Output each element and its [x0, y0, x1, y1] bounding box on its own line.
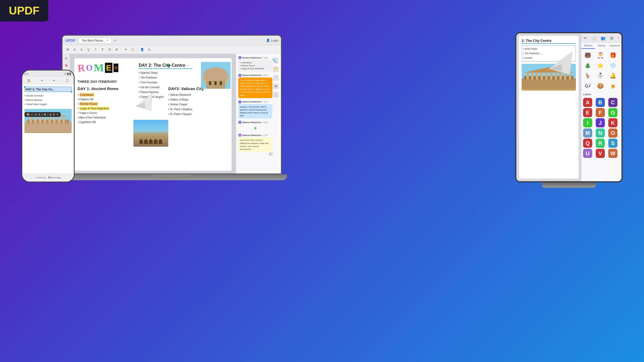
chat-user-4: D Darlene Robertson 16:56: [238, 121, 272, 124]
tab-item[interactable]: The Best Places... ✕: [79, 38, 112, 43]
toolbar-box-icon[interactable]: ⊡: [107, 47, 112, 53]
sticker-gift[interactable]: 🎁: [608, 51, 617, 60]
sticker-notes[interactable]: 🎶: [583, 81, 592, 90]
letter-A[interactable]: A: [583, 98, 592, 107]
phone-home-icon[interactable]: 🏠: [27, 79, 31, 82]
sticker-bear[interactable]: 🐻: [583, 51, 592, 60]
tab-signature[interactable]: Signature: [608, 43, 621, 49]
toolbar-underline-icon[interactable]: U̲: [86, 47, 92, 53]
toolbar-pen-icon[interactable]: ✒: [123, 47, 129, 53]
text-tool-italic[interactable]: I: [47, 113, 48, 116]
toolbar-box2-icon[interactable]: ⊟: [114, 47, 119, 53]
phone-annotate-icon[interactable]: ✒: [53, 79, 55, 82]
sticker-santa[interactable]: 🎅: [596, 51, 605, 60]
letter-K[interactable]: K: [608, 118, 617, 127]
sticker-reindeer[interactable]: 🦌: [583, 71, 592, 80]
edit-text-label[interactable]: ✏ Edit Text: [35, 176, 46, 179]
toolbar-highlight-icon[interactable]: A: [146, 47, 152, 53]
phone-pen-icon[interactable]: ✏: [41, 79, 43, 82]
text-tool-14[interactable]: 14: [34, 113, 37, 116]
panel-more-icon[interactable]: …: [273, 92, 279, 98]
letter-U[interactable]: U: [583, 149, 592, 158]
panel-mail-icon[interactable]: ✉: [273, 83, 279, 89]
sticker-snowflake[interactable]: ❄️: [608, 61, 617, 70]
text-tool-bold-icon[interactable]: B: [39, 113, 40, 116]
tab-label: The Best Places...: [82, 39, 105, 42]
phone-text-toolbar: 🎨 A 14 B | B I U̲ S̶ ✕: [24, 112, 61, 117]
letter-S[interactable]: S: [608, 139, 617, 148]
sticker-star[interactable]: ⭐: [596, 61, 605, 70]
laptop-base: [56, 174, 287, 180]
letter-G[interactable]: G: [608, 108, 617, 117]
letter-M[interactable]: M: [583, 128, 592, 138]
panel-download-icon[interactable]: 📁: [273, 66, 279, 72]
svg-rect-4: [209, 81, 211, 85]
letter-I[interactable]: I: [583, 118, 592, 127]
toolbar-user-icon[interactable]: 👤: [139, 47, 145, 53]
tab-stamps[interactable]: Stamps: [595, 43, 608, 49]
letter-B[interactable]: B: [596, 98, 605, 107]
sticker-tree[interactable]: 🎄: [583, 61, 592, 70]
letter-O[interactable]: O: [608, 128, 617, 138]
letter-N[interactable]: N: [596, 128, 605, 138]
laptop-toolbar: ⊞ A S U̲ T T ⊡ ⊟ ✒ ⬡ 👤 A: [63, 45, 281, 54]
sidebar-bookmark-icon[interactable]: 🔖: [64, 62, 69, 68]
letter-J[interactable]: J: [596, 118, 605, 127]
login-button[interactable]: 👤 Login: [266, 39, 278, 42]
sticker-icon[interactable]: ⬜: [592, 36, 596, 40]
chat-action-icon[interactable]: 💬: [238, 153, 272, 156]
letter-V[interactable]: V: [596, 149, 605, 158]
pencil-icon[interactable]: ✏: [584, 36, 587, 40]
svg-rect-17: [53, 116, 56, 123]
toolbar-shape-icon[interactable]: ⬡: [130, 47, 136, 53]
text-tool-strikethrough[interactable]: S̶: [53, 113, 55, 116]
toolbar-text2-icon[interactable]: T: [100, 47, 105, 53]
text-tool-bold[interactable]: B: [44, 113, 46, 116]
svg-rect-16: [49, 116, 51, 123]
chat-message-2: D Darlene Robertson 15:34 The hindwing u…: [238, 74, 272, 98]
svg-rect-27: [531, 73, 533, 80]
letter-E[interactable]: E: [583, 108, 592, 117]
sticker-snowman[interactable]: ⛄: [596, 71, 605, 80]
tablet-container: 2: The City Centre • anish Steps • The P…: [515, 32, 623, 188]
text-tool-underline[interactable]: U̲: [50, 113, 52, 116]
text-tool-color[interactable]: 🎨: [27, 113, 30, 116]
sticker-cookie[interactable]: 🍪: [596, 81, 605, 90]
toolbar-layout-icon[interactable]: ⊞: [65, 47, 71, 53]
day1-item-5: • Trajan's Forum: [78, 111, 137, 115]
layout-icon[interactable]: ⊞: [610, 36, 613, 40]
message-time-2: 15:34: [263, 74, 268, 76]
toolbar-text1-icon[interactable]: T: [93, 47, 98, 53]
phone-share-icon[interactable]: 📋: [65, 79, 69, 82]
toolbar-annotate-icon[interactable]: A: [72, 47, 78, 53]
people-icon[interactable]: 👥: [601, 36, 605, 40]
chat-search-icon[interactable]: 🔍: [272, 58, 277, 62]
letter-F[interactable]: F: [596, 108, 605, 117]
sticker-bell[interactable]: 🔔: [608, 71, 617, 80]
chat-bubble-1: • Colosseum• Roman Forum• Largo di Torre…: [238, 60, 272, 72]
tablet-body: 2: The City Centre • anish Steps • The P…: [515, 32, 623, 182]
svg-rect-15: [44, 116, 46, 123]
letter-W[interactable]: W: [608, 149, 617, 158]
letter-C[interactable]: C: [608, 98, 617, 107]
phone-item-via: • Via dei Coronari: [24, 94, 72, 98]
toolbar-strikethrough-icon[interactable]: S: [79, 47, 85, 53]
tab-add-icon[interactable]: +: [114, 38, 116, 43]
svg-rect-29: [540, 73, 543, 80]
svg-marker-7: [134, 94, 156, 114]
phone-item-castel: • Castel Sant' Angelo: [24, 102, 72, 106]
text-tool-a[interactable]: A: [31, 113, 33, 116]
arrow-right-icon[interactable]: ›: [618, 36, 619, 40]
sticker-drink[interactable]: 🍺: [608, 81, 617, 90]
sidebar-pages-icon[interactable]: ☰: [64, 56, 69, 61]
tab-close-icon[interactable]: ✕: [107, 39, 109, 42]
edit-image-label[interactable]: 🖼 Edit Image: [48, 176, 61, 179]
chat-message-3: D Darlene Robertson 16:14 palaces, monum…: [238, 100, 272, 119]
letter-Q[interactable]: Q: [583, 139, 592, 148]
text-tool-close[interactable]: ✕: [56, 113, 58, 116]
tab-stickers[interactable]: Stickers: [581, 43, 595, 49]
letter-R[interactable]: R: [596, 139, 605, 148]
svg-rect-14: [39, 116, 41, 123]
svg-rect-13: [34, 116, 36, 123]
panel-upload-icon[interactable]: ↑: [273, 75, 279, 81]
